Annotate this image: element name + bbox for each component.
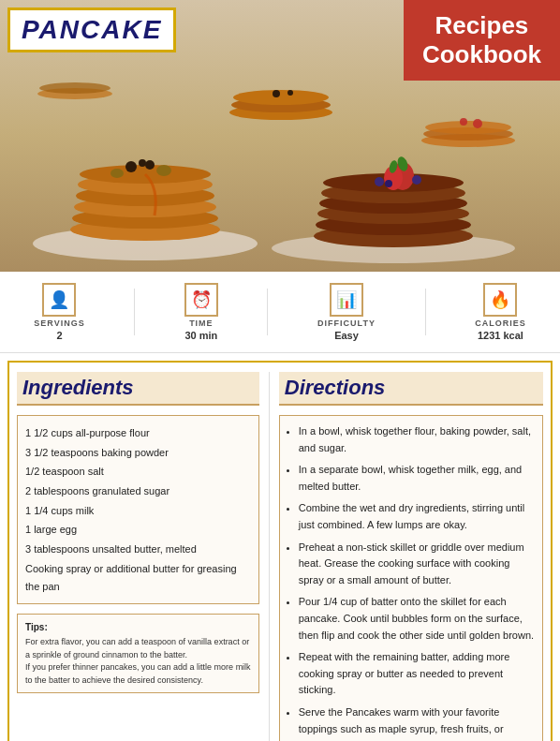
ingredient-item: Cooking spray or additional butter for g… bbox=[25, 559, 251, 596]
calories-info: 🔥 CALORIES 1231 kcal bbox=[475, 283, 526, 341]
ingredients-column: Ingredients 1 1/2 cups all-purpose flour… bbox=[17, 372, 270, 741]
time-label: TIME bbox=[189, 319, 214, 328]
svg-point-39 bbox=[39, 82, 111, 94]
servings-icon: 👤 bbox=[42, 283, 76, 317]
page-title-box: PANCAKE bbox=[7, 7, 176, 52]
cookbook-line1: Recipes bbox=[422, 11, 541, 40]
servings-info: 👤 SERVINGS 2 bbox=[34, 283, 84, 341]
ingredient-item: 3 1/2 teaspoons baking powder bbox=[25, 443, 251, 463]
svg-point-25 bbox=[375, 177, 384, 186]
page-title: PANCAKE bbox=[22, 15, 162, 44]
divider-1 bbox=[134, 289, 135, 335]
direction-step: Pour 1/4 cup of batter onto the skillet … bbox=[299, 594, 535, 644]
time-info: ⏰ TIME 30 min bbox=[184, 283, 218, 341]
ingredient-item: 3 tablespoons unsalted butter, melted bbox=[25, 540, 251, 559]
difficulty-icon: 📊 bbox=[330, 283, 363, 317]
ingredient-item: 1 large egg bbox=[25, 520, 251, 540]
directions-title: Directions bbox=[279, 372, 543, 406]
ingredients-list: 1 1/2 cups all-purpose flour3 1/2 teaspo… bbox=[17, 415, 259, 604]
ingredient-item: 1/2 teaspoon salt bbox=[25, 462, 251, 482]
svg-point-11 bbox=[139, 159, 146, 167]
direction-step: Combine the wet and dry ingredients, sti… bbox=[299, 500, 535, 533]
servings-value: 2 bbox=[56, 330, 62, 341]
info-row: 👤 SERVINGS 2 ⏰ TIME 30 min 📊 DIFFICULTY … bbox=[0, 272, 560, 353]
main-content: Ingredients 1 1/2 cups all-purpose flour… bbox=[7, 361, 553, 741]
direction-step: Preheat a non-stick skillet or griddle o… bbox=[299, 540, 535, 589]
svg-point-13 bbox=[111, 169, 124, 178]
tips-title: Tips: bbox=[25, 620, 251, 634]
svg-point-36 bbox=[473, 119, 482, 128]
svg-point-27 bbox=[412, 175, 421, 185]
direction-step: In a bowl, whisk together flour, baking … bbox=[299, 423, 535, 456]
tips-content: For extra flavor, you can add a teaspoon… bbox=[25, 637, 251, 685]
direction-step: Repeat with the remaining batter, adding… bbox=[299, 649, 535, 699]
svg-point-35 bbox=[425, 121, 511, 134]
difficulty-value: Easy bbox=[334, 330, 359, 341]
cookbook-line2: Cookbook bbox=[422, 40, 541, 69]
time-value: 30 min bbox=[184, 330, 217, 341]
directions-column: Directions In a bowl, whisk together flo… bbox=[270, 372, 543, 741]
svg-point-10 bbox=[145, 160, 155, 170]
direction-step: In a separate bowl, whisk together milk,… bbox=[299, 462, 535, 495]
divider-2 bbox=[267, 289, 268, 335]
cookbook-badge: Recipes Cookbook bbox=[404, 0, 560, 81]
calories-label: CALORIES bbox=[475, 319, 526, 328]
calories-value: 1231 kcal bbox=[478, 330, 523, 341]
time-icon: ⏰ bbox=[184, 283, 218, 317]
tips-box: Tips: For extra flavor, you can add a te… bbox=[17, 614, 259, 693]
svg-point-12 bbox=[156, 165, 171, 176]
svg-point-37 bbox=[460, 118, 467, 126]
svg-point-9 bbox=[125, 161, 137, 172]
difficulty-label: DIFFICULTY bbox=[317, 319, 376, 328]
directions-list: In a bowl, whisk together flour, baking … bbox=[279, 415, 543, 741]
divider-3 bbox=[425, 289, 426, 335]
difficulty-info: 📊 DIFFICULTY Easy bbox=[317, 283, 376, 341]
ingredient-item: 1 1/2 cups all-purpose flour bbox=[25, 423, 251, 443]
ingredient-item: 2 tablespoons granulated sugar bbox=[25, 482, 251, 501]
calories-icon: 🔥 bbox=[483, 283, 517, 317]
ingredient-item: 1 1/4 cups milk bbox=[25, 501, 251, 521]
svg-point-30 bbox=[233, 90, 329, 105]
header-section: PANCAKE Recipes Cookbook bbox=[0, 0, 560, 272]
svg-point-31 bbox=[273, 90, 280, 97]
svg-point-26 bbox=[385, 180, 392, 187]
servings-label: SERVINGS bbox=[34, 319, 84, 328]
svg-point-32 bbox=[287, 90, 293, 96]
direction-step: Serve the Pancakes warm with your favori… bbox=[299, 704, 535, 741]
ingredients-title: Ingredients bbox=[17, 372, 259, 406]
